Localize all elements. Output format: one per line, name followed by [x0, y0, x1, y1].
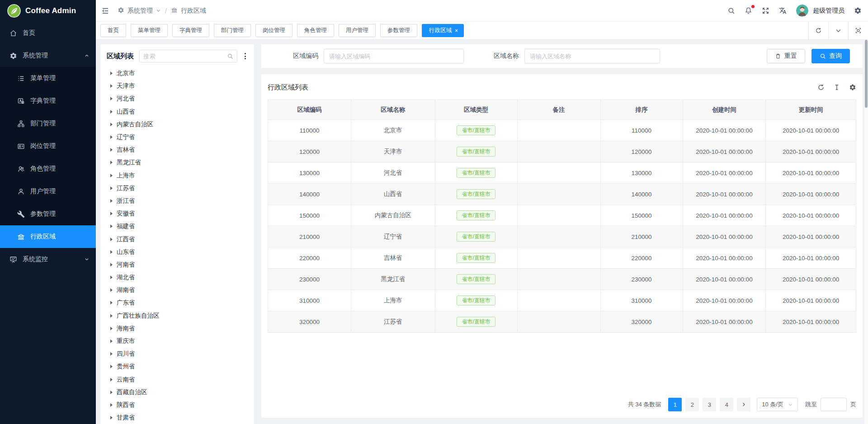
tree-node[interactable]: 北京市	[107, 67, 248, 80]
table-row[interactable]: 150000 内蒙古自治区 省市/直辖市 150000 2020-10-01 0…	[268, 205, 856, 226]
breadcrumb-section[interactable]: 系统管理	[127, 7, 153, 15]
sidebar-item-post-mgmt[interactable]: 岗位管理	[0, 135, 96, 157]
caret-right-icon[interactable]	[110, 238, 113, 241]
tree-node[interactable]: 福建省	[107, 220, 248, 233]
caret-right-icon[interactable]	[110, 84, 113, 88]
tab-close-icon[interactable]: ×	[455, 28, 458, 33]
caret-right-icon[interactable]	[110, 135, 113, 139]
region-code-input[interactable]	[324, 49, 464, 63]
tree-node[interactable]: 重庆市	[107, 335, 248, 348]
page-button-4[interactable]: 4	[720, 398, 733, 411]
tree-node[interactable]: 湖北省	[107, 271, 248, 284]
caret-right-icon[interactable]	[110, 352, 113, 356]
scrollbar-thumb[interactable]	[865, 40, 868, 108]
tree-node[interactable]: 江西省	[107, 233, 248, 245]
page-size-select[interactable]: 10 条/页	[757, 398, 798, 411]
tree-node[interactable]: 河北省	[107, 92, 248, 105]
tree-node[interactable]: 广西壮族自治区	[107, 310, 248, 322]
user-name[interactable]: 超级管理员	[813, 7, 844, 15]
notification-bell-icon[interactable]	[745, 7, 752, 14]
reset-button[interactable]: 重置	[767, 49, 805, 63]
caret-right-icon[interactable]	[110, 416, 113, 419]
caret-right-icon[interactable]	[110, 339, 113, 343]
tab-home[interactable]: 首页	[100, 24, 126, 37]
refresh-icon[interactable]	[808, 22, 828, 40]
tree-node[interactable]: 山东省	[107, 246, 248, 258]
tab-admin-region[interactable]: 行政区域×	[422, 24, 464, 37]
caret-right-icon[interactable]	[110, 97, 113, 100]
table-row[interactable]: 230000 黑龙江省 省市/直辖市 230000 2020-10-01 00:…	[268, 269, 856, 290]
tree-node[interactable]: 广东省	[107, 296, 248, 309]
table-row[interactable]: 140000 山西省 省市/直辖市 140000 2020-10-01 00:0…	[268, 184, 856, 205]
caret-right-icon[interactable]	[110, 288, 113, 292]
next-page-button[interactable]	[737, 398, 750, 411]
caret-right-icon[interactable]	[110, 301, 113, 305]
tree-node[interactable]: 海南省	[107, 322, 248, 335]
caret-right-icon[interactable]	[110, 365, 113, 368]
user-avatar[interactable]	[796, 5, 808, 17]
caret-right-icon[interactable]	[110, 327, 113, 330]
caret-right-icon[interactable]	[110, 186, 113, 190]
caret-right-icon[interactable]	[110, 174, 113, 177]
caret-right-icon[interactable]	[110, 148, 113, 152]
table-row[interactable]: 220000 吉林省 省市/直辖市 220000 2020-10-01 00:0…	[268, 248, 856, 269]
tree-node[interactable]: 内蒙古自治区	[107, 118, 248, 131]
caret-right-icon[interactable]	[110, 263, 113, 267]
caret-right-icon[interactable]	[110, 212, 113, 215]
tree-node[interactable]: 陕西省	[107, 399, 248, 411]
text-size-icon[interactable]	[833, 84, 840, 91]
caret-right-icon[interactable]	[110, 250, 113, 254]
table-row[interactable]: 320000 江苏省 省市/直辖市 320000 2020-10-01 00:0…	[268, 311, 856, 333]
tree-node[interactable]: 吉林省	[107, 143, 248, 156]
caret-right-icon[interactable]	[110, 161, 113, 164]
caret-right-icon[interactable]	[110, 276, 113, 279]
sidebar-item-role-mgmt[interactable]: 角色管理	[0, 157, 96, 180]
tree-node[interactable]: 浙江省	[107, 195, 248, 207]
tree-node[interactable]: 四川省	[107, 348, 248, 360]
tree-node[interactable]: 甘肃省	[107, 411, 248, 424]
tree-node[interactable]: 贵州省	[107, 360, 248, 373]
sidebar-item-dictionary-mgmt[interactable]: 字典管理	[0, 90, 96, 112]
tab-dictionary-mgmt[interactable]: 字典管理	[172, 24, 209, 37]
tree-search-input[interactable]	[143, 53, 224, 60]
tree-node[interactable]: 天津市	[107, 80, 248, 92]
caret-right-icon[interactable]	[110, 403, 113, 407]
caret-right-icon[interactable]	[110, 71, 113, 75]
tree-node[interactable]: 云南省	[107, 373, 248, 386]
sidebar-group-system[interactable]: 系统管理	[0, 44, 96, 67]
translate-icon[interactable]	[779, 7, 787, 14]
tab-department-mgmt[interactable]: 部门管理	[214, 24, 251, 37]
refresh-icon[interactable]	[817, 84, 825, 91]
tree-node[interactable]: 山西省	[107, 105, 248, 118]
search-icon[interactable]	[727, 7, 735, 14]
sidebar-item-parameter-mgmt[interactable]: 参数管理	[0, 203, 96, 225]
tab-post-mgmt[interactable]: 岗位管理	[255, 24, 292, 37]
settings-gear-icon[interactable]	[854, 7, 862, 14]
tab-user-mgmt[interactable]: 用户管理	[339, 24, 376, 37]
tree-node[interactable]: 安徽省	[107, 207, 248, 220]
caret-right-icon[interactable]	[110, 110, 113, 114]
tree-more-menu-icon[interactable]	[243, 52, 248, 60]
caret-right-icon[interactable]	[110, 391, 113, 394]
column-settings-gear-icon[interactable]	[849, 84, 856, 91]
tree-node[interactable]: 河南省	[107, 258, 248, 271]
tree-node[interactable]: 江苏省	[107, 182, 248, 195]
sidebar-item-menu-mgmt[interactable]: 菜单管理	[0, 67, 96, 90]
sidebar-item-user-mgmt[interactable]: 用户管理	[0, 180, 96, 203]
search-button[interactable]: 查询	[811, 49, 850, 63]
caret-right-icon[interactable]	[110, 123, 113, 126]
table-row[interactable]: 310000 上海市 省市/直辖市 310000 2020-10-01 00:0…	[268, 290, 856, 311]
brand-logo[interactable]: Coffee Admin	[0, 0, 96, 22]
sidebar-item-home[interactable]: 首页	[0, 22, 96, 44]
fullscreen-icon[interactable]	[762, 7, 769, 14]
sidebar-group-monitor[interactable]: 系统监控	[0, 248, 96, 271]
tree-node[interactable]: 辽宁省	[107, 131, 248, 143]
tree-node[interactable]: 上海市	[107, 169, 248, 182]
sidebar-item-admin-region[interactable]: 行政区域	[0, 225, 96, 248]
chevron-down-icon[interactable]	[828, 22, 848, 40]
collapse-menu-icon[interactable]	[101, 7, 109, 15]
tab-role-mgmt[interactable]: 角色管理	[297, 24, 334, 37]
caret-right-icon[interactable]	[110, 224, 113, 228]
table-row[interactable]: 210000 辽宁省 省市/直辖市 210000 2020-10-01 00:0…	[268, 226, 856, 248]
vertical-scrollbar[interactable]	[864, 40, 868, 424]
